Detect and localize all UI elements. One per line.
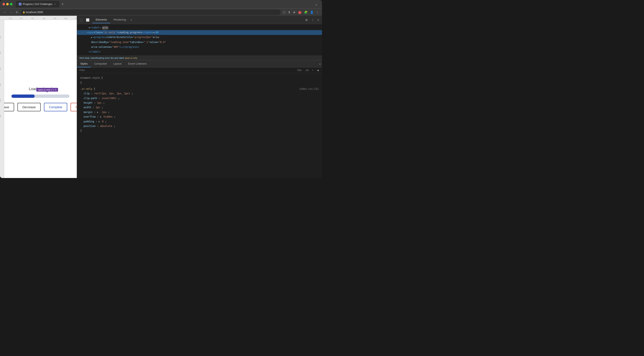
forward-button[interactable]: → [9, 10, 13, 14]
devtools-tool-icons: ⬚ ⬜ [79, 18, 91, 23]
decrease-button[interactable]: Decrease [18, 103, 41, 111]
progress-container: span.sr-only 1 × 1 [12, 94, 70, 98]
ruler-mark-500v: 500 [0, 99, 1, 102]
traffic-lights [2, 3, 12, 6]
styles-tab-eventlisteners[interactable]: Event Listeners [125, 60, 150, 67]
css-rules-area: element.style { } .sr-only { index.css:1… [77, 73, 322, 178]
inspector-icon[interactable]: ⬚ [79, 18, 84, 23]
breadcrumb-div[interactable]: div.card [110, 57, 118, 59]
css-prop-clip-path: clip-path : inset(50%) ; [80, 96, 319, 101]
css-prop-margin: margin : ▶ -1px ; [80, 110, 319, 114]
element-style-selector: element.style [80, 76, 101, 79]
toggle-panel-icon[interactable]: ◀ [316, 68, 320, 72]
css-margin-expand[interactable]: ▶ [97, 111, 98, 114]
ruler-mark-500: 500 [54, 18, 56, 19]
close-button[interactable] [2, 3, 5, 6]
tab-elements[interactable]: Elements [92, 17, 110, 23]
tooltip-size: 1 × 1 [51, 88, 56, 91]
progress-bar-fill [12, 94, 35, 98]
ruler-mark-300v: 300 [0, 68, 1, 70]
window-collapse-icon[interactable]: ⌄ [313, 2, 320, 7]
more-icon[interactable]: ⋮ [315, 10, 320, 15]
css-prop-height: height : 1px ; [80, 101, 319, 105]
main-content: 100 200 300 400 500 600 700 100 200 300 … [0, 16, 322, 178]
refresh-button[interactable]: ↻ [15, 10, 19, 14]
css-selector-sronly: .sr-only [80, 87, 94, 90]
close-devtools-button[interactable]: × [316, 18, 320, 23]
dom-dots-icon: ··· [81, 31, 85, 34]
more-tabs-icon[interactable]: » [129, 17, 133, 23]
minimize-button[interactable] [6, 3, 9, 6]
breadcrumb-html[interactable]: html [80, 57, 84, 59]
dom-area: ▼ <label> grid ··· <span class= "sr-only… [77, 24, 322, 56]
page-area: 100 200 300 400 500 600 700 100 200 300 … [0, 16, 77, 178]
upload-icon[interactable]: ⬆ [287, 10, 291, 15]
breadcrumb-label[interactable]: label [119, 57, 124, 59]
buttons-row: Increase Decrease Complete Reset [0, 103, 77, 111]
css-prop-overflow: overflow : ▶ hidden ; [80, 114, 319, 119]
devtools-header: ⬚ ⬜ Elements Rendering » ⚙ ⋮ × [77, 16, 322, 24]
maximize-button[interactable] [10, 3, 12, 6]
breadcrumb-body[interactable]: body [85, 57, 90, 59]
ruler-mark-100v: 100 [0, 36, 1, 39]
styles-tab-styles[interactable]: Styles [77, 60, 91, 67]
breadcrumb-span[interactable]: span.sr-only [125, 57, 137, 59]
settings-icon[interactable]: ⚙ [304, 18, 309, 23]
ruler-top: 100 200 300 400 500 600 700 [0, 16, 77, 20]
css-padding-expand[interactable]: ▶ [98, 120, 100, 123]
page-content: Loading Level span.sr-only 1 × 1 Increas… [4, 20, 77, 178]
css-prop-padding: padding : ▶ 0 ; [80, 119, 319, 124]
browser-window: Progress | GUI Challenges × + ⌄ ← → ↻ 🔒 … [0, 0, 322, 178]
dom-line-progress: ▶ <progress indeterminate role= "progres… [77, 35, 322, 40]
devtools-settings: ⚙ ⋮ × [304, 18, 320, 23]
styles-tab-computed[interactable]: Computed [91, 60, 110, 67]
ruler-mark-600v: 600 [0, 115, 1, 118]
dom-line-progress3: aria-valuenow= "40%" >…</progress> [77, 45, 322, 49]
address-input[interactable] [21, 10, 281, 15]
filter-input[interactable] [80, 69, 296, 72]
tooltip-badge: span.sr-only 1 × 1 [36, 88, 58, 92]
dom-line-progress2: describedby= "loading-zone" tabindex= "-… [77, 40, 322, 45]
back-button[interactable]: ← [2, 10, 7, 14]
ruler-mark-400v: 400 [0, 84, 1, 86]
ruler-mark-200v: 200 [0, 52, 1, 54]
tab-rendering[interactable]: Rendering [110, 17, 129, 23]
ruler-mark-600: 600 [64, 18, 67, 19]
ruler-mark-700: 700 [75, 18, 77, 19]
dom-arrow-progress[interactable]: ▶ [91, 36, 92, 39]
css-source-sronly: index.css:111 [299, 87, 319, 91]
tab-title: Progress | GUI Challenges [23, 3, 52, 6]
styles-tab-layout[interactable]: Layout [110, 60, 125, 67]
browser-tab[interactable]: Progress | GUI Challenges × [16, 1, 60, 8]
styles-more-icon[interactable]: » [318, 60, 322, 67]
add-rule-icon[interactable]: + [311, 68, 314, 72]
dom-arrow-label[interactable]: ▼ [88, 26, 90, 30]
profile-icon[interactable]: 👤 [309, 10, 314, 15]
cls-filter[interactable]: .cls [304, 68, 310, 72]
kebab-menu-icon[interactable]: ⋮ [310, 18, 315, 23]
security-icon: 🔒 [22, 11, 25, 14]
filter-bar: :hov .cls + ◀ [77, 68, 322, 73]
new-tab-button[interactable]: + [60, 2, 65, 7]
tab-favicon-icon [19, 3, 22, 6]
bookmark-icon[interactable]: ★ [292, 10, 296, 15]
css-overflow-expand[interactable]: ▶ [100, 115, 102, 118]
dom-line-span[interactable]: ··· <span class= "sr-only" > Loading pro… [77, 30, 322, 35]
hov-filter[interactable]: :hov [296, 68, 302, 72]
tab-close-icon[interactable]: × [54, 3, 57, 6]
puzzle-icon[interactable]: 🧩 [303, 10, 308, 15]
device-icon[interactable]: ⬜ [85, 18, 91, 23]
ruler-mark-400: 400 [42, 18, 45, 19]
extensions-icon[interactable]: ⬤ [298, 10, 302, 15]
ruler-mark-300: 300 [31, 18, 34, 19]
reset-button[interactable]: Reset [70, 103, 77, 111]
ruler-left: 100 200 300 400 500 600 [0, 20, 4, 178]
styles-tabs: Styles Computed Layout Event Listeners » [77, 60, 322, 68]
tab-area: Progress | GUI Challenges × + [16, 1, 312, 8]
breadcrumb-main[interactable]: main#loading-zone [90, 57, 110, 59]
filter-actions: :hov .cls + ◀ [296, 68, 320, 72]
css-rule-sr-only: .sr-only { index.css:111 clip : rect(1px… [77, 86, 322, 134]
complete-button[interactable]: Complete [44, 103, 67, 111]
share-icon[interactable]: ⬡ [282, 10, 286, 15]
css-rule-element-style: element.style { } [77, 75, 322, 86]
